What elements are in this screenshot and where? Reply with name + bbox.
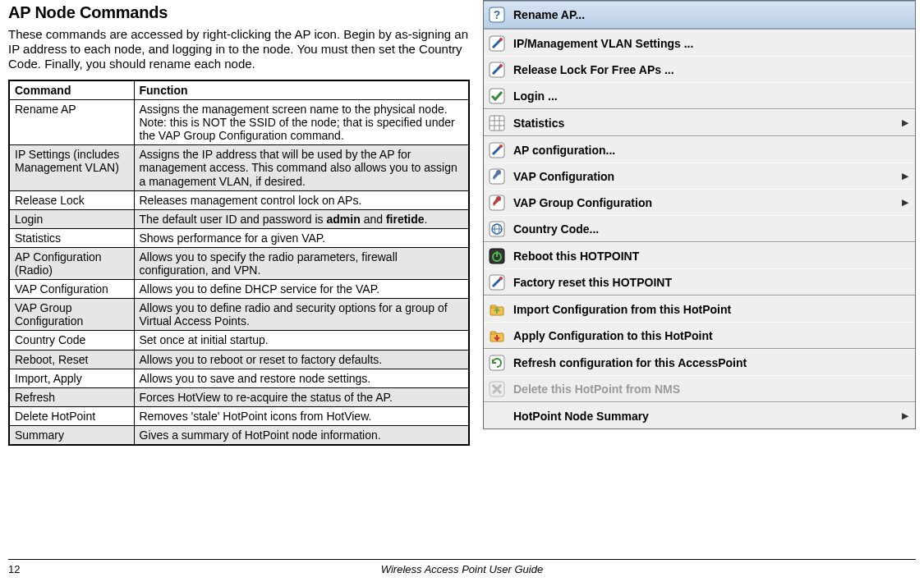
- table-cell-command: Login: [9, 209, 134, 228]
- table-cell-function: Assigns the management screen name to th…: [134, 100, 469, 145]
- menu-item-label: VAP Group Configuration: [513, 196, 899, 209]
- table-cell-command: VAP Configuration: [9, 280, 134, 299]
- menu-item[interactable]: VAP Configuration▶: [484, 163, 915, 189]
- menu-item-label: Reboot this HOTPOINT: [513, 250, 908, 263]
- pencil-icon: [489, 142, 505, 158]
- table-cell-function: Allows you to reboot or reset to factory…: [134, 350, 469, 369]
- left-column: AP Node Commands These commands are acce…: [8, 0, 480, 446]
- wrench-red-icon: [489, 195, 505, 211]
- menu-item-label: Statistics: [513, 117, 899, 130]
- menu-item[interactable]: AP configuration...: [484, 136, 915, 163]
- table-row: Rename APAssigns the management screen n…: [9, 100, 469, 145]
- svg-point-7: [499, 64, 503, 67]
- menu-item-label: Delete this HotPoint from NMS: [513, 383, 908, 396]
- folder-down-icon: [489, 328, 505, 344]
- svg-rect-32: [490, 332, 496, 334]
- menu-item[interactable]: Login ...: [484, 82, 915, 108]
- table-cell-command: Country Code: [9, 331, 134, 350]
- table-row: Reboot, ResetAllows you to reboot or res…: [9, 350, 469, 369]
- pencil-icon: [489, 274, 505, 291]
- menu-item-label: VAP Configuration: [513, 170, 899, 183]
- menu-item-label: Login ...: [513, 89, 908, 103]
- menu-item-label: AP configuration...: [513, 144, 908, 157]
- table-cell-command: Summary: [9, 425, 134, 445]
- table-row: RefreshForces HotView to re-acquire the …: [9, 387, 469, 406]
- menu-item-label: Factory reset this HOTPOINT: [513, 276, 908, 289]
- menu-item[interactable]: IP/Management VLAN Settings ...: [484, 30, 915, 56]
- pencil-icon: [489, 35, 505, 52]
- delete-icon: [489, 381, 505, 397]
- menu-item-label: Apply Configuration to this HotPoint: [513, 329, 908, 342]
- page-heading: AP Node Commands: [8, 3, 470, 22]
- wrench-icon: [489, 168, 505, 185]
- submenu-arrow-icon: ▶: [902, 197, 908, 208]
- page-footer: 12 Wireless Access Point User Guide: [8, 559, 916, 575]
- refresh-icon: [489, 355, 505, 371]
- menu-item: Delete this HotPoint from NMS: [484, 375, 915, 401]
- table-row: VAP Group ConfigurationAllows you to def…: [9, 299, 469, 331]
- table-cell-function: Allows you to define radio and security …: [134, 299, 469, 331]
- menu-item[interactable]: HotPoint Node Summary▶: [484, 402, 915, 428]
- svg-point-28: [499, 277, 503, 280]
- right-column: ?Rename AP...IP/Management VLAN Settings…: [480, 0, 916, 446]
- menu-item[interactable]: Country Code...: [484, 215, 915, 241]
- folder-up-icon: [489, 301, 505, 318]
- menu-item[interactable]: Reboot this HOTPOINT: [484, 242, 915, 268]
- footer-guide-title: Wireless Access Point User Guide: [8, 563, 916, 575]
- menu-item[interactable]: Factory reset this HOTPOINT: [484, 268, 915, 295]
- table-cell-function: Gives a summary of HotPoint node informa…: [134, 425, 469, 445]
- menu-item[interactable]: Import Configuration from this HotPoint: [484, 296, 915, 322]
- table-cell-command: Statistics: [9, 228, 134, 247]
- table-cell-function: Assigns the IP address that will be used…: [134, 145, 469, 190]
- svg-point-16: [499, 144, 503, 148]
- svg-point-4: [499, 38, 503, 41]
- table-cell-command: Import, Apply: [9, 369, 134, 387]
- table-row: IP Settings (includes Management VLAN)As…: [9, 145, 469, 190]
- menu-item[interactable]: Apply Configuration to this HotPoint: [484, 322, 915, 348]
- table-cell-command: VAP Group Configuration: [9, 299, 134, 331]
- table-cell-function: Shows performance for a given VAP.: [134, 228, 469, 247]
- table-cell-function: Allows you to save and restore node sett…: [134, 369, 469, 387]
- menu-item-label: Country Code...: [513, 222, 908, 236]
- svg-rect-30: [490, 305, 496, 308]
- submenu-arrow-icon: ▶: [902, 117, 908, 128]
- svg-rect-9: [490, 116, 504, 131]
- menu-item-label: Refresh configuration for this AccessPoi…: [513, 356, 908, 369]
- menu-item[interactable]: ?Rename AP...: [484, 1, 915, 29]
- menu-item-label: Release Lock For Free APs ...: [513, 63, 908, 76]
- submenu-arrow-icon: ▶: [902, 410, 908, 421]
- menu-item-label: Import Configuration from this HotPoint: [513, 303, 908, 316]
- globe-icon: [489, 221, 505, 237]
- menu-item[interactable]: VAP Group Configuration▶: [484, 189, 915, 215]
- question-icon: ?: [489, 7, 505, 23]
- table-cell-command: Rename AP: [9, 100, 134, 145]
- command-table: Command Function Rename APAssigns the ma…: [8, 80, 470, 446]
- table-cell-command: Release Lock: [9, 190, 134, 209]
- table-row: Release LockReleases management control …: [9, 190, 469, 209]
- menu-item-label: Rename AP...: [513, 8, 908, 21]
- menu-item[interactable]: Refresh configuration for this AccessPoi…: [484, 349, 915, 375]
- table-row: Delete HotPointRemoves 'stale' HotPoint …: [9, 406, 469, 425]
- page-number: 12: [8, 563, 20, 575]
- table-row: Import, ApplyAllows you to save and rest…: [9, 369, 469, 387]
- svg-text:?: ?: [494, 8, 501, 21]
- grid-icon: [489, 115, 505, 131]
- power-icon: [489, 248, 505, 264]
- table-row: VAP ConfigurationAllows you to define DH…: [9, 280, 469, 299]
- table-cell-command: Refresh: [9, 387, 134, 406]
- table-header-command: Command: [9, 80, 134, 100]
- blank-icon: [489, 408, 505, 424]
- table-cell-function: Releases management control lock on APs.: [134, 190, 469, 209]
- menu-item[interactable]: Statistics▶: [484, 109, 915, 135]
- table-cell-function: Set once at initial startup.: [134, 331, 469, 350]
- menu-item-label: IP/Management VLAN Settings ...: [513, 37, 908, 50]
- pencil-icon: [489, 62, 505, 78]
- table-cell-function: Removes 'stale' HotPoint icons from HotV…: [134, 406, 469, 425]
- table-cell-command: Delete HotPoint: [9, 406, 134, 425]
- check-icon: [489, 88, 505, 104]
- menu-item-label: HotPoint Node Summary: [513, 410, 899, 423]
- menu-item[interactable]: Release Lock For Free APs ...: [484, 56, 915, 82]
- table-row: Country CodeSet once at initial startup.: [9, 331, 469, 350]
- table-cell-function: Forces HotView to re-acquire the status …: [134, 387, 469, 406]
- table-cell-command: IP Settings (includes Management VLAN): [9, 145, 134, 190]
